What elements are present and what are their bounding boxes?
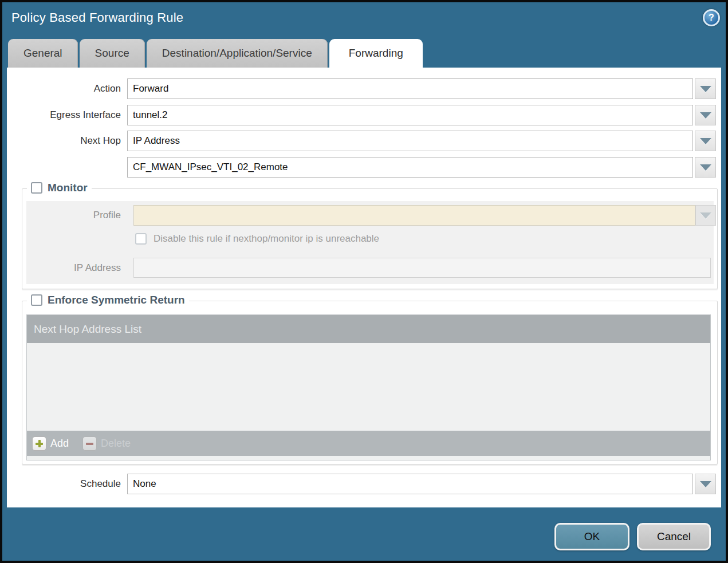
enforce-legend-label: Enforce Symmetric Return <box>48 294 185 306</box>
schedule-input[interactable] <box>127 474 693 494</box>
monitor-ip-address-input <box>133 258 711 278</box>
monitor-ip-address-label: IP Address <box>26 258 121 278</box>
egress-interface-row: Egress Interface <box>7 105 721 125</box>
next-hop-type-dropdown-button[interactable] <box>695 131 716 151</box>
add-button-label: Add <box>50 438 69 450</box>
chevron-down-icon <box>700 212 711 219</box>
next-hop-address-input[interactable] <box>127 157 693 178</box>
action-dropdown-button[interactable] <box>695 78 716 99</box>
dialog-title: Policy Based Forwarding Rule <box>11 10 183 25</box>
egress-interface-input[interactable] <box>127 105 693 125</box>
next-hop-type-input[interactable] <box>127 131 693 151</box>
next-hop-address-list-header: Next Hop Address List <box>27 315 710 343</box>
monitor-panel: Profile Disable this rule if nexthop/mon… <box>26 201 714 284</box>
next-hop-address-list-body <box>27 343 710 431</box>
monitor-fieldset: Monitor Profile Disable this rule if nex… <box>22 188 718 289</box>
disable-rule-row: Disable this rule if nexthop/monitor ip … <box>135 233 379 245</box>
tab-destination-application-service[interactable]: Destination/Application/Service <box>147 39 328 68</box>
help-icon[interactable]: ? <box>703 9 720 26</box>
monitor-legend-label: Monitor <box>48 182 88 194</box>
tab-forwarding[interactable]: Forwarding <box>329 39 423 68</box>
delete-button-label: Delete <box>101 438 131 450</box>
chevron-down-icon <box>700 164 711 171</box>
action-label: Action <box>7 78 121 99</box>
chevron-down-icon <box>700 86 711 92</box>
action-row: Action <box>7 78 721 99</box>
ok-button[interactable]: OK <box>554 523 629 550</box>
enforce-symmetric-return-fieldset: Enforce Symmetric Return Next Hop Addres… <box>22 301 718 464</box>
monitor-checkbox[interactable] <box>31 182 42 194</box>
schedule-dropdown-button[interactable] <box>695 474 716 494</box>
pbf-rule-dialog: Policy Based Forwarding Rule ? General S… <box>0 0 728 563</box>
cancel-button[interactable]: Cancel <box>637 523 711 550</box>
schedule-label: Schedule <box>7 474 121 494</box>
chevron-down-icon <box>700 112 711 119</box>
next-hop-address-dropdown-button[interactable] <box>695 157 716 178</box>
tab-bar: General Source Destination/Application/S… <box>8 39 424 68</box>
enforce-symmetric-return-checkbox[interactable] <box>31 294 42 306</box>
disable-rule-checkbox <box>135 233 147 245</box>
action-input[interactable] <box>127 78 693 99</box>
egress-interface-dropdown-button[interactable] <box>695 105 716 125</box>
add-button[interactable]: Add <box>32 436 69 451</box>
enforce-legend: Enforce Symmetric Return <box>27 294 189 306</box>
monitor-legend: Monitor <box>27 182 92 194</box>
tab-general[interactable]: General <box>8 39 78 68</box>
egress-interface-label: Egress Interface <box>7 105 121 125</box>
profile-dropdown-button <box>695 205 716 226</box>
profile-input <box>133 205 695 226</box>
next-hop-row: Next Hop <box>7 131 721 151</box>
next-hop-address-row <box>7 157 721 178</box>
table-toolbar: Add Delete <box>27 431 710 456</box>
forwarding-tab-panel: Action Egress Interface Next Hop <box>7 68 721 507</box>
chevron-down-icon <box>700 481 711 487</box>
next-hop-address-table: Next Hop Address List Add Delete <box>26 314 711 460</box>
profile-label: Profile <box>26 205 121 226</box>
next-hop-label: Next Hop <box>7 131 121 151</box>
minus-icon <box>82 436 97 451</box>
chevron-down-icon <box>700 138 711 144</box>
plus-icon <box>32 436 46 451</box>
tab-source[interactable]: Source <box>80 39 145 68</box>
delete-button: Delete <box>82 436 131 451</box>
schedule-row: Schedule <box>7 474 721 494</box>
disable-rule-label: Disable this rule if nexthop/monitor ip … <box>154 233 379 245</box>
